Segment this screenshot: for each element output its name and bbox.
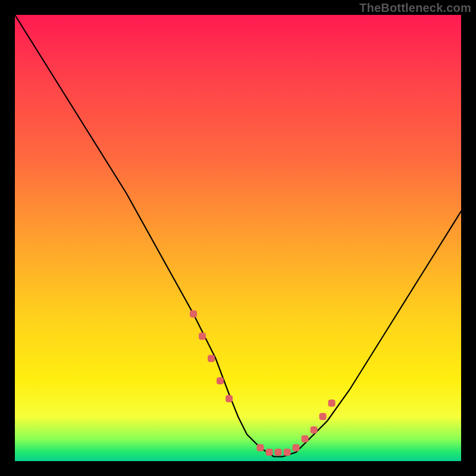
- curve-marker: [257, 444, 264, 452]
- curve-marker: [320, 413, 327, 420]
- curve-marker: [226, 395, 233, 402]
- plot-area: [15, 15, 461, 461]
- curve-marker: [293, 444, 300, 452]
- bottleneck-curve-path: [15, 15, 461, 457]
- curve-marker: [208, 355, 215, 362]
- curve-marker: [311, 427, 318, 434]
- watermark-text: TheBottleneck.com: [359, 1, 471, 15]
- curve-marker: [328, 400, 336, 407]
- curve-marker: [266, 449, 273, 456]
- bottleneck-curve-svg: [15, 15, 461, 461]
- curve-marker: [275, 449, 282, 456]
- curve-marker: [199, 333, 206, 340]
- curve-marker: [190, 311, 197, 318]
- curve-marker: [302, 436, 309, 443]
- curve-marker: [217, 377, 224, 384]
- chart-frame: TheBottleneck.com: [0, 0, 476, 476]
- curve-marker: [284, 449, 291, 456]
